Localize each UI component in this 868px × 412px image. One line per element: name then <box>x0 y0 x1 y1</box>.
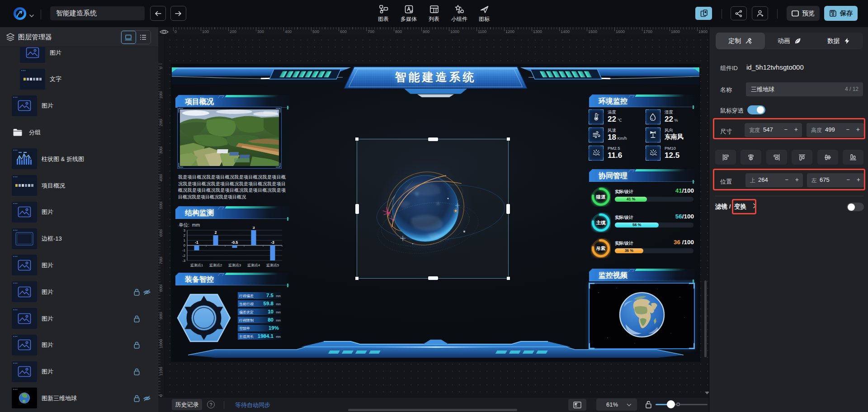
layer-item[interactable]: •••图片 <box>0 361 158 383</box>
align-middle-v-button[interactable] <box>817 150 838 165</box>
redo-button[interactable] <box>170 6 186 21</box>
save-icon <box>829 9 837 17</box>
resize-handle-n[interactable] <box>428 137 438 141</box>
layer-item[interactable]: •••文字 <box>0 69 158 90</box>
layer-item[interactable]: •••图片 <box>0 308 158 329</box>
layer-item[interactable]: •••图片 <box>0 255 158 276</box>
chevron-down-icon <box>627 401 632 408</box>
save-button[interactable]: 保存 <box>824 6 858 21</box>
layer-item[interactable]: •••图片 <box>0 281 158 303</box>
align-center-h-button[interactable] <box>741 150 761 165</box>
resize-handle-nw[interactable] <box>355 137 359 141</box>
lock-icon[interactable] <box>133 315 140 322</box>
eye-off-icon[interactable] <box>143 289 151 295</box>
collaborator-button[interactable] <box>752 6 768 20</box>
editor-canvas[interactable]: 智能建造系统 项目概况 <box>158 27 709 412</box>
panel-header-env: 环境监控 <box>589 95 695 107</box>
eye-off-icon[interactable] <box>143 395 151 402</box>
component-id-value: id_5h12tvhsgto000 <box>746 63 804 71</box>
toggle-panels-button[interactable] <box>695 7 712 20</box>
filter-toggle[interactable] <box>847 203 864 211</box>
resize-handle-se[interactable] <box>507 277 510 280</box>
lock-icon[interactable] <box>133 394 140 402</box>
vertical-scrollbar[interactable] <box>704 280 707 357</box>
scroll-arrow-down[interactable] <box>705 392 709 394</box>
visibility-eye-icon[interactable] <box>159 28 169 36</box>
project-image-frame <box>177 107 282 169</box>
ruler-label: 1400 <box>561 29 570 34</box>
share-button[interactable] <box>731 6 747 20</box>
device-stat-unit: mm <box>276 319 281 322</box>
layer-item[interactable]: •••柱状图 & 折线图 <box>0 148 158 170</box>
panel-title: 结构监测 <box>185 208 214 218</box>
lock-icon[interactable] <box>133 288 140 296</box>
resize-handle-sw[interactable] <box>355 277 359 280</box>
layer-item[interactable]: •••项目概况 <box>0 175 158 196</box>
app-logo[interactable] <box>14 7 26 20</box>
topnav-plane[interactable]: 图标 <box>472 4 497 24</box>
mouse-through-toggle[interactable] <box>747 105 765 114</box>
align-left-button[interactable] <box>715 150 736 165</box>
align-bottom-button[interactable] <box>843 150 863 165</box>
project-terrain-image <box>180 109 279 166</box>
topnav-media[interactable]: 多媒体 <box>396 4 421 24</box>
layer-item[interactable]: •••图新三维地球 <box>0 388 158 409</box>
topnav-table[interactable]: 列表 <box>421 4 447 24</box>
project-title-input[interactable] <box>50 6 145 20</box>
topnav-label: 图标 <box>479 15 490 23</box>
tab-动画[interactable]: 动画 <box>765 33 814 49</box>
ruler-label: 0 <box>159 61 163 75</box>
layer-item[interactable]: 分组 <box>0 122 158 143</box>
zoom-level-select[interactable]: 61% <box>596 398 637 411</box>
zoom-slider-handle[interactable] <box>667 400 675 408</box>
pm-icon <box>646 146 660 161</box>
resize-handle-e[interactable] <box>506 204 510 214</box>
align-top-button[interactable] <box>792 150 812 165</box>
user-plus-icon <box>756 9 764 17</box>
layer-item[interactable]: •••图片 <box>0 335 158 356</box>
collab-value: 36 /100 <box>674 239 694 246</box>
topnav-widget[interactable]: 小组件 <box>447 4 472 24</box>
inspector-panel: 定制动画数据 组件ID id_5h12tvhsgto000 名称 三维地球 4 … <box>709 27 868 412</box>
resize-handle-w[interactable] <box>355 204 359 214</box>
history-button[interactable]: 历史记录 <box>172 399 202 410</box>
collab-progress-fill: 36 % <box>615 248 643 253</box>
selection-box[interactable] <box>357 139 509 279</box>
collab-progress-fill: 56 % <box>615 223 659 227</box>
zoom-slider[interactable] <box>656 404 708 405</box>
resize-handle-s[interactable] <box>428 276 438 280</box>
topnav-chart[interactable]: 图表 <box>371 4 396 24</box>
panel-title: 环境监控 <box>599 97 627 106</box>
ruler-label: 1900 <box>698 29 708 34</box>
component-name-input[interactable]: 三维地球 4 / 12 <box>746 82 863 96</box>
thumbnail-view-button[interactable] <box>121 31 136 44</box>
layer-item[interactable]: •••边框-13 <box>0 228 158 250</box>
help-icon[interactable]: ? <box>207 401 215 408</box>
layer-item[interactable]: •••图片 <box>0 202 158 223</box>
minimap-icon <box>573 402 581 408</box>
layer-item[interactable]: •••图片 <box>0 95 158 117</box>
resize-handle-ne[interactable] <box>507 137 510 141</box>
lock-icon[interactable] <box>133 368 140 376</box>
unlock-icon[interactable] <box>645 400 652 409</box>
collab-ratio-label: 实际/设计 <box>615 215 633 221</box>
ruler-label: 0 <box>175 29 177 34</box>
layer-thumbnail: ••• <box>12 202 37 223</box>
horizontal-scrollbar[interactable] <box>348 409 517 411</box>
undo-button[interactable] <box>150 6 166 21</box>
layers-icon <box>6 33 15 41</box>
logo-dropdown-caret[interactable] <box>29 11 34 19</box>
filter-label[interactable]: 滤镜 / <box>715 203 731 211</box>
list-view-button[interactable] <box>136 31 151 44</box>
align-right-button[interactable] <box>766 150 787 165</box>
tab-数据[interactable]: 数据 <box>814 33 863 49</box>
minimap-button[interactable] <box>568 399 586 411</box>
panel-header-project: 项目概况 <box>175 95 289 108</box>
preview-button[interactable]: 预览 <box>787 6 820 21</box>
device-stat-row: 行程偏差7.5mm <box>238 292 282 299</box>
ruler-label: 600 <box>340 29 347 34</box>
ruler-label: 900 <box>159 309 163 323</box>
inspector-divider <box>715 196 863 196</box>
tab-定制[interactable]: 定制 <box>716 33 765 49</box>
lock-icon[interactable] <box>133 341 140 349</box>
